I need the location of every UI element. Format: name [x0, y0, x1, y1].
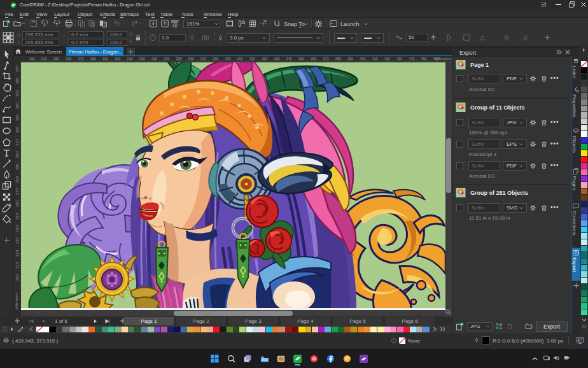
svg-text:320: 320	[15, 126, 19, 133]
svg-text:360: 360	[15, 77, 19, 84]
svg-text:270: 270	[200, 57, 206, 60]
svg-text:160: 160	[66, 57, 71, 60]
svg-text:330: 330	[274, 57, 279, 60]
svg-text:200: 200	[115, 57, 120, 60]
svg-text:420: 420	[384, 57, 390, 60]
svg-text:230: 230	[15, 237, 19, 244]
svg-text:200: 200	[15, 274, 19, 281]
svg-text:290: 290	[15, 163, 19, 170]
svg-text:210: 210	[15, 262, 19, 269]
svg-text:130: 130	[29, 57, 34, 60]
svg-text:430: 430	[396, 57, 402, 60]
svg-text:220: 220	[15, 250, 19, 257]
svg-text:440: 440	[409, 57, 414, 60]
svg-text:220: 220	[139, 57, 145, 60]
svg-text:230: 230	[151, 57, 157, 60]
svg-text:240: 240	[164, 57, 169, 60]
svg-text:millimeters: millimeters	[15, 293, 18, 310]
svg-text:180: 180	[90, 57, 96, 60]
svg-text:150: 150	[53, 57, 59, 60]
svg-text:170: 170	[78, 57, 83, 60]
svg-text:310: 310	[249, 57, 255, 60]
svg-text:250: 250	[15, 213, 19, 220]
svg-text:190: 190	[102, 57, 108, 60]
svg-text:280: 280	[213, 57, 218, 60]
svg-text:380: 380	[335, 57, 341, 60]
svg-text:390: 390	[347, 57, 353, 60]
svg-text:260: 260	[15, 200, 19, 207]
svg-text:450: 450	[421, 57, 426, 60]
svg-text:280: 280	[15, 176, 19, 183]
svg-text:330: 330	[15, 114, 19, 121]
svg-text:340: 340	[286, 57, 292, 60]
svg-text:250: 250	[176, 57, 181, 60]
svg-text:260: 260	[188, 57, 194, 60]
svg-text:millimeters: millimeters	[435, 57, 452, 60]
svg-text:300: 300	[15, 151, 19, 158]
svg-text:290: 290	[225, 57, 230, 60]
svg-text:270: 270	[15, 188, 19, 195]
svg-text:410: 410	[372, 57, 377, 60]
svg-text:360: 360	[311, 57, 316, 60]
svg-text:370: 370	[323, 57, 328, 60]
svg-text:300: 300	[237, 57, 243, 60]
svg-text:370: 370	[15, 65, 19, 72]
svg-text:350: 350	[298, 57, 304, 60]
svg-text:310: 310	[15, 139, 19, 146]
svg-text:400: 400	[360, 57, 365, 60]
svg-text:350: 350	[15, 90, 19, 97]
svg-text:240: 240	[15, 225, 19, 232]
svg-text:140: 140	[41, 57, 47, 60]
svg-text:340: 340	[15, 102, 19, 109]
svg-text:320: 320	[262, 57, 267, 60]
svg-text:210: 210	[127, 57, 132, 60]
